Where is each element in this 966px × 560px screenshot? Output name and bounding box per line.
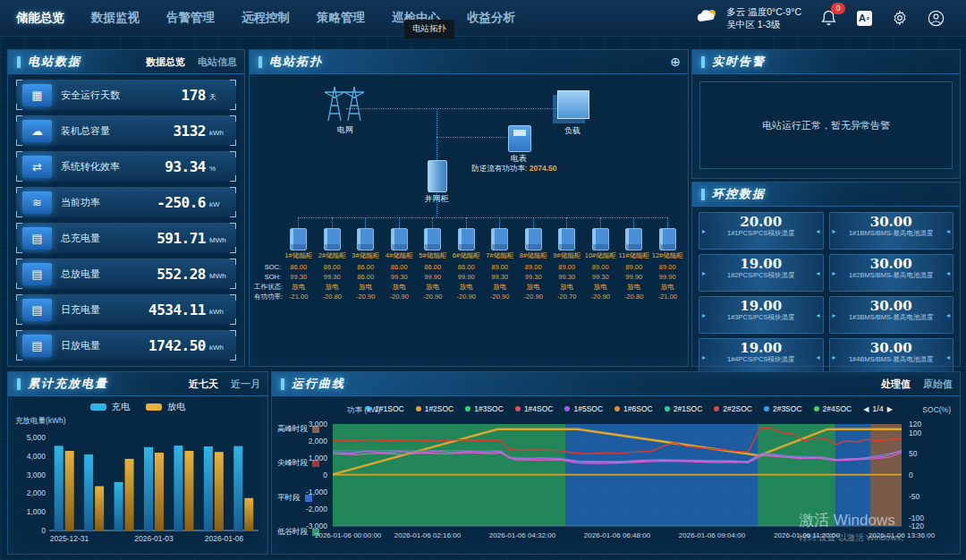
nav-item[interactable]: 储能总览 bbox=[16, 10, 64, 26]
nav-item[interactable]: 告警管理 bbox=[166, 10, 215, 26]
notification-badge: 0 bbox=[831, 3, 845, 14]
legend-label: 1#5SOC bbox=[573, 404, 603, 413]
legend-1#5SOC[interactable]: 1#5SOC bbox=[564, 404, 603, 413]
topology-header: 电站拓扑 ⊕ bbox=[250, 50, 688, 74]
tab-raw-value[interactable]: 原始值 bbox=[923, 378, 953, 391]
right-arrow-icon[interactable]: ◂ bbox=[946, 311, 950, 319]
cabinet-soh: 99.30 bbox=[525, 272, 542, 282]
svg-text:2026-01-06 06:48:00: 2026-01-06 06:48:00 bbox=[584, 531, 651, 539]
svg-text:0: 0 bbox=[323, 471, 327, 479]
right-arrow-icon[interactable]: ◂ bbox=[816, 311, 819, 319]
left-arrow-icon[interactable]: ▸ bbox=[833, 269, 836, 277]
env-label: 1#2PCS/PCS模块温度 bbox=[699, 271, 823, 279]
legend-1#2SOC[interactable]: 1#2SOC bbox=[416, 404, 454, 413]
stat-unit: MWh bbox=[209, 236, 229, 244]
nav-item[interactable]: 远程控制 bbox=[242, 10, 290, 26]
stat-unit: 天 bbox=[209, 92, 229, 102]
svg-text:5,000: 5,000 bbox=[27, 433, 47, 442]
right-arrow-icon[interactable]: ◂ bbox=[946, 269, 950, 277]
legend-label: 2#2SOC bbox=[723, 404, 752, 413]
cabinet-status: 放电 bbox=[292, 282, 305, 292]
svg-text:-1,000: -1,000 bbox=[306, 488, 327, 496]
legend-2#4SOC[interactable]: 2#4SOC bbox=[814, 404, 852, 413]
cabinet-status: 放电 bbox=[627, 282, 640, 292]
env-label: 1#3PCS/PCS模块温度 bbox=[699, 313, 823, 321]
storage-cabinet-icon bbox=[525, 228, 542, 250]
cabinet-column: 11#储能柜89.0099.90放电-20.80 bbox=[618, 217, 650, 301]
cabinet-power: -20.70 bbox=[557, 292, 576, 301]
stat-unit: kW bbox=[209, 200, 229, 208]
env-card: ▸19.001#2PCS/PCS模块温度◂ bbox=[699, 254, 824, 292]
zoom-magnifier-icon[interactable]: ⊕ bbox=[670, 55, 681, 69]
right-arrow-icon[interactable]: ◂ bbox=[946, 353, 950, 361]
topology-title: 电站拓扑 bbox=[269, 54, 323, 70]
font-size-icon[interactable]: Az bbox=[855, 9, 873, 27]
right-arrow-icon[interactable]: ◂ bbox=[816, 269, 819, 277]
env-value: 30.00 bbox=[830, 341, 953, 355]
battery-day-discharge-icon: ▤ bbox=[22, 335, 52, 357]
tab-station-info[interactable]: 电站信息 bbox=[198, 55, 237, 69]
cabinet-status: 放电 bbox=[359, 282, 372, 292]
cabinet-name: 1#储能柜 bbox=[284, 251, 312, 262]
legend-dot bbox=[564, 406, 570, 412]
left-arrow-icon[interactable]: ▸ bbox=[833, 227, 836, 235]
tab-data-overview[interactable]: 数据总览 bbox=[146, 55, 185, 69]
weather-cloud-icon bbox=[696, 7, 719, 29]
storage-cabinet-icon bbox=[625, 228, 642, 250]
weather-line1: 多云 温度0°C-9°C bbox=[726, 5, 801, 18]
settings-gear-icon[interactable] bbox=[891, 9, 909, 27]
user-profile-icon[interactable] bbox=[927, 9, 945, 27]
cabinet-status: 放电 bbox=[594, 282, 607, 292]
stat-row: ▦安全运行天数178天 bbox=[16, 80, 236, 110]
env-data-panel: 环控数据 ▸20.001#1PCS/PCS模块温度◂▸30.001#1BMS/B… bbox=[691, 182, 961, 367]
left-arrow-icon[interactable]: ▸ bbox=[702, 227, 706, 235]
meter-icon bbox=[508, 125, 531, 152]
stat-unit: kWh bbox=[209, 129, 229, 137]
left-arrow-icon[interactable]: ▸ bbox=[833, 311, 836, 319]
cabinet-soc: 86.00 bbox=[424, 262, 441, 272]
pager-prev-icon[interactable]: ◀ bbox=[863, 405, 869, 413]
env-value: 19.00 bbox=[699, 257, 823, 271]
cabinet-soc: 89.00 bbox=[525, 262, 542, 272]
legend-2#3SOC[interactable]: 2#3SOC bbox=[764, 404, 802, 413]
stat-row: ≋当前功率-250.6kW bbox=[16, 187, 236, 217]
left-arrow-icon[interactable]: ▸ bbox=[833, 353, 836, 361]
nav-item[interactable]: 收益分析 bbox=[467, 10, 515, 26]
legend-1#6SOC[interactable]: 1#6SOC bbox=[614, 404, 653, 413]
legend-2#1SOC[interactable]: 2#1SOC bbox=[665, 404, 703, 413]
curve-header: 运行曲线 处理值 原始值 bbox=[272, 372, 960, 396]
env-label: 1#3BMS/BMS-最高电池温度 bbox=[830, 313, 953, 321]
notification-bell-icon[interactable]: 0 bbox=[819, 9, 837, 27]
energy-header: 累计充放电量 近七天 近一月 bbox=[8, 372, 267, 396]
left-arrow-icon[interactable]: ▸ bbox=[702, 353, 706, 361]
stat-value: 4534.11 bbox=[148, 301, 206, 318]
meter-metric: 防逆流有功功率: 2074.50 bbox=[472, 164, 557, 174]
cabinet-drop-line bbox=[667, 217, 668, 228]
cabinet-soc: 86.00 bbox=[290, 262, 307, 272]
stat-value: 3132 bbox=[173, 123, 206, 140]
legend-1#3SOC[interactable]: 1#3SOC bbox=[465, 404, 504, 413]
pager-next-icon[interactable]: ▶ bbox=[887, 405, 893, 413]
svg-text:2026-01-06 00:00:00: 2026-01-06 00:00:00 bbox=[315, 531, 382, 539]
tab-last-7-days[interactable]: 近七天 bbox=[189, 378, 218, 391]
svg-text:-2,000: -2,000 bbox=[306, 505, 327, 513]
legend-1#4SOC[interactable]: 1#4SOC bbox=[515, 404, 554, 413]
cabinet-power: -21.00 bbox=[658, 292, 677, 301]
legend-pager: ◀1/4▶ bbox=[863, 404, 893, 413]
cabinet-name: 11#储能柜 bbox=[619, 251, 649, 262]
legend-2#2SOC[interactable]: 2#2SOC bbox=[714, 404, 752, 413]
tab-last-month[interactable]: 近一月 bbox=[231, 378, 260, 391]
left-arrow-icon[interactable]: ▸ bbox=[702, 269, 706, 277]
right-arrow-icon[interactable]: ◂ bbox=[946, 227, 950, 235]
cabinet-column: 12#储能柜89.0099.90放电-21.00 bbox=[652, 217, 684, 301]
tab-processed-value[interactable]: 处理值 bbox=[881, 378, 911, 391]
storage-cabinet-icon bbox=[424, 228, 441, 250]
nav-item[interactable]: 数据监视 bbox=[91, 10, 140, 26]
right-arrow-icon[interactable]: ◂ bbox=[816, 353, 819, 361]
left-arrow-icon[interactable]: ▸ bbox=[702, 311, 706, 319]
nav-item[interactable]: 策略管理 bbox=[317, 10, 365, 26]
legend-放电[interactable]: 放电 bbox=[146, 401, 185, 413]
cabinet-column: 10#储能柜89.0099.30放电-20.90 bbox=[585, 217, 617, 301]
legend-充电[interactable]: 充电 bbox=[90, 401, 130, 413]
right-arrow-icon[interactable]: ◂ bbox=[816, 227, 819, 235]
